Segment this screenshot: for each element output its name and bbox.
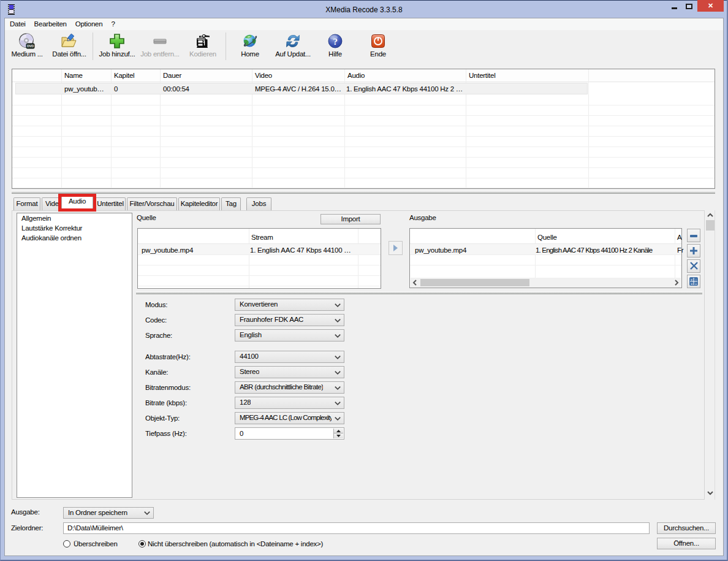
svg-text:x: x <box>691 282 692 286</box>
svg-text:-: - <box>696 278 697 281</box>
svg-text:?: ? <box>333 37 337 47</box>
svg-text:DVD: DVD <box>27 44 34 48</box>
